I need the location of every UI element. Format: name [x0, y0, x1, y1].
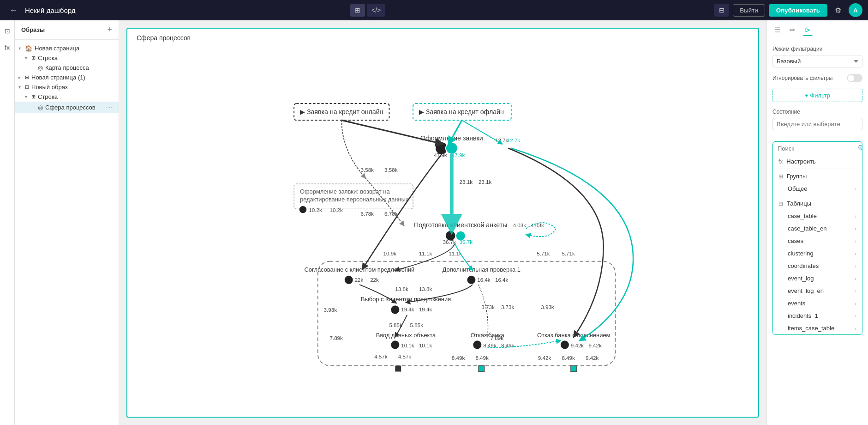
svg-text:3.93k: 3.93k [541, 304, 554, 310]
tree-item-label: Карта процесса [45, 64, 114, 71]
chevron-right-icon: › [855, 213, 856, 219]
tree-item-label: Новая страница (1) [31, 74, 114, 81]
tree-item-new-image[interactable]: ▾ ⊞ Новый образ [15, 82, 119, 92]
sidebar-add-button[interactable]: + [107, 25, 112, 35]
tree-item-label: Новая страница [35, 45, 114, 52]
filter-mode-select[interactable]: Базовый [772, 55, 862, 67]
topbar: ← Некий дашборд ⊞ </> ⊟ Выйти Опубликова… [0, 0, 868, 20]
add-filter-button[interactable]: + Фильтр [772, 89, 862, 102]
main-layout: ⊡ fx Образы + ▾ 🏠 Новая страница ▾ ⊞ Стр… [0, 20, 868, 425]
state-label: Состояние [772, 109, 862, 115]
divider2 [773, 196, 862, 196]
right-panel: ☰ ✏ ⊳ Режим фильтрации Базовый Игнориров… [766, 20, 868, 425]
chevron-icon: ▾ [25, 94, 31, 99]
process-map-svg: ▶ Заявка на кредит онлайн ▶ Заявка на кр… [127, 29, 758, 417]
sidebar-title: Образы [21, 26, 45, 33]
tree-item-row1[interactable]: ▾ ⊞ Строка [15, 53, 119, 63]
svg-rect-80 [395, 366, 401, 372]
svg-text:12.7k: 12.7k [507, 137, 521, 143]
svg-point-54 [391, 305, 399, 314]
avatar[interactable]: A [849, 3, 862, 17]
groups-label: Группы [787, 173, 807, 180]
tables-section-header[interactable]: ⊟ Таблицы [773, 197, 862, 210]
page-icon: ⊞ [25, 84, 29, 90]
table-icon: ⊟ [778, 200, 783, 207]
table-item-event_log_en[interactable]: event_log_en › [773, 285, 862, 297]
svg-text:16.4k: 16.4k [495, 277, 509, 283]
exit-button[interactable]: Выйти [733, 4, 765, 17]
filter-tab-icon[interactable]: ⊳ [803, 24, 813, 36]
table-item-coordinates[interactable]: coordinates › [773, 260, 862, 272]
svg-text:13.8k: 13.8k [419, 286, 432, 292]
chevron-right-icon: › [855, 238, 856, 244]
svg-text:4.57k: 4.57k [398, 353, 412, 359]
svg-text:8.49k: 8.49k [562, 355, 575, 361]
svg-text:10.1k: 10.1k [401, 342, 414, 348]
tree-item-label: Новый образ [31, 84, 114, 91]
formula-icon-button[interactable]: fx [2, 42, 12, 54]
svg-text:23.1k: 23.1k [479, 179, 492, 185]
tree-item-process-map[interactable]: ◎ Карта процесса [15, 63, 119, 73]
chevron-right-icon: › [855, 313, 856, 319]
table-item-event_log[interactable]: event_log › [773, 272, 862, 285]
search-input[interactable] [778, 145, 855, 152]
general-label: Общее [788, 185, 808, 192]
svg-text:8.49k: 8.49k [475, 355, 489, 361]
configure-item[interactable]: fx Настроить [773, 155, 862, 168]
state-input[interactable] [772, 118, 862, 130]
svg-text:19.4k: 19.4k [401, 306, 414, 312]
tree-item-row2[interactable]: ▾ ⊞ Строка [15, 92, 119, 102]
divider [773, 169, 862, 169]
svg-text:5.71k: 5.71k [562, 250, 575, 256]
svg-line-11 [341, 120, 443, 144]
table-item-items_case_table[interactable]: items_case_table › [773, 322, 862, 334]
tree-item-process-sphere[interactable]: ◎ Сфера процессов ⋯ [15, 102, 119, 113]
publish-button[interactable]: Опубликовать [769, 4, 827, 17]
table-item-events[interactable]: events › [773, 297, 862, 310]
topbar-center: ⊞ </> [350, 4, 385, 17]
table-item-case_table_en[interactable]: case_table_en › [773, 222, 862, 235]
chevron-right-icon: › [855, 301, 856, 306]
svg-point-72 [561, 340, 569, 349]
search-box: 🔍 [773, 142, 862, 155]
grid-view-button[interactable]: ⊞ [350, 4, 365, 17]
tree-item-new-page-1[interactable]: ▸ ⊞ Новая страница (1) [15, 73, 119, 82]
ignore-filters-label: Игнорировать фильтры [772, 75, 832, 81]
edit-tab-icon[interactable]: ✏ [788, 24, 797, 36]
groups-section-header[interactable]: ⊞ Группы [773, 170, 862, 182]
right-panel-tabs: ☰ ✏ ⊳ [767, 20, 868, 40]
tree-item-label: Строка [38, 93, 114, 100]
sidebar-tree-items: ▾ 🏠 Новая страница ▾ ⊞ Строка ◎ Карта пр… [15, 40, 119, 117]
svg-point-68 [473, 340, 481, 349]
general-item[interactable]: Общее › [773, 182, 862, 195]
code-view-button[interactable]: </> [367, 4, 385, 17]
settings-button[interactable]: ⚙ [831, 4, 845, 17]
table-item-incidents_1[interactable]: incidents_1 › [773, 310, 862, 322]
search-dropdown: 🔍 fx Настроить ⊞ Группы Общее › [772, 141, 862, 335]
svg-text:8.49k: 8.49k [483, 342, 497, 348]
page-title: Некий дашборд [25, 6, 347, 14]
mode-button[interactable]: ⊟ [714, 4, 729, 17]
chevron-right-icon: › [855, 226, 856, 231]
table-item-cases[interactable]: cases › [773, 235, 862, 247]
svg-text:8.49k: 8.49k [452, 355, 465, 361]
table-name: coordinates [788, 262, 819, 269]
svg-text:Ввод данных объекта: Ввод данных объекта [376, 332, 436, 339]
more-options-icon[interactable]: ⋯ [105, 103, 114, 112]
table-item-clustering[interactable]: clustering › [773, 247, 862, 260]
table-name: clustering [788, 250, 814, 257]
tree-item-new-page[interactable]: ▾ 🏠 Новая страница [15, 43, 119, 53]
ignore-filters-toggle[interactable] [847, 74, 862, 82]
table-name: case_table [788, 212, 817, 219]
layers-icon-button[interactable]: ⊡ [2, 25, 12, 37]
back-button[interactable]: ← [6, 4, 21, 17]
row-icon: ⊞ [31, 55, 36, 61]
canvas-title: Сфера процессов [137, 34, 191, 42]
svg-text:5.71k: 5.71k [537, 250, 550, 256]
chevron-right-icon: › [855, 288, 856, 294]
table-item-case_table[interactable]: case_table › [773, 210, 862, 222]
svg-point-40 [345, 276, 353, 284]
properties-tab-icon[interactable]: ☰ [772, 24, 782, 36]
svg-point-46 [467, 276, 475, 284]
svg-rect-81 [479, 366, 485, 372]
